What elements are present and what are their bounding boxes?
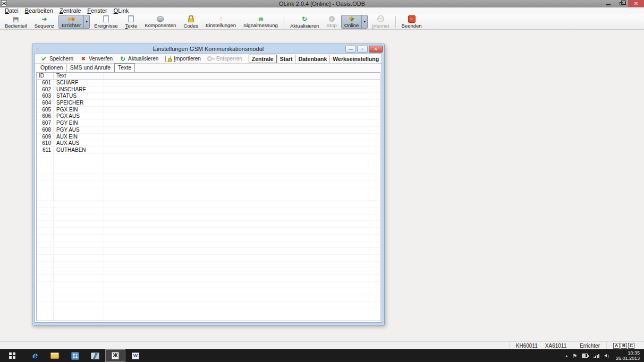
speichern-button[interactable]: Speichern	[37, 55, 77, 63]
signalmessung-button[interactable]: Signalmessung	[240, 15, 281, 29]
gsm-settings-dialog: Einstellungen GSM Kommunikationsmodul — …	[32, 44, 385, 325]
internet-globe-icon	[377, 15, 384, 22]
verwerfen-button[interactable]: Verwerfen	[77, 55, 116, 63]
tab-start[interactable]: Start	[277, 55, 295, 63]
table-row[interactable]: 605PGX EIN	[37, 107, 380, 114]
dropdown-arrow-icon[interactable]: ▾	[83, 15, 89, 28]
table-row-empty	[37, 308, 380, 315]
table-row[interactable]: 603STATUS	[37, 93, 380, 100]
menu-olink[interactable]: OLink	[111, 7, 132, 14]
menu-fenster[interactable]: Fenster	[84, 7, 110, 14]
table-row-empty	[37, 154, 380, 161]
cell-id: 605	[37, 107, 54, 113]
tab-datenbank[interactable]: Datenbank	[295, 55, 330, 63]
cell-id: 602	[37, 87, 54, 93]
status-device-right: XA61011	[545, 343, 566, 349]
codes-button[interactable]: Codes	[180, 15, 201, 29]
beenden-button[interactable]: Beenden	[399, 15, 425, 29]
taskbar-word-button[interactable]: W	[125, 349, 146, 362]
menu-bearbeiten[interactable]: Bearbeiten	[22, 7, 56, 14]
taskbar-app-monitor-button[interactable]	[85, 349, 105, 362]
dropdown-arrow-icon[interactable]: ▾	[361, 15, 367, 28]
dialog-restore-button[interactable]: ▫	[357, 46, 368, 53]
table-row-empty	[37, 174, 380, 181]
table-row-empty	[37, 180, 380, 187]
bedienteil-button[interactable]: Bedienteil	[2, 15, 30, 29]
section-c-badge: C	[628, 343, 634, 349]
codes-lock-icon	[187, 15, 194, 22]
einstellungen-button[interactable]: Einstellungen	[202, 15, 239, 29]
cell-text: STATUS	[54, 93, 104, 99]
taskbar-clock[interactable]: 10:35 26.01.2013	[614, 350, 640, 361]
cell-text: PGX AUS	[54, 113, 104, 119]
table-row[interactable]: 606PGX AUS	[37, 113, 380, 120]
table-row[interactable]: 602UNSCHARF	[37, 87, 380, 93]
taskbar-internet-explorer-button[interactable]: e	[24, 349, 45, 362]
battery-icon[interactable]	[582, 354, 589, 358]
online-label: Online	[344, 22, 359, 28]
dialog-close-button[interactable]: ✕	[369, 46, 383, 53]
importieren-button[interactable]: Importieren	[162, 55, 204, 63]
tab-sms-und-anrufe[interactable]: SMS und Anrufe	[67, 64, 114, 72]
show-hidden-icon[interactable]	[565, 354, 567, 358]
online-button[interactable]: Online▾	[341, 15, 368, 29]
minimize-button[interactable]	[601, 0, 615, 7]
table-row[interactable]: 609AUX EIN	[37, 134, 380, 141]
table-row[interactable]: 611GUTHABEN	[37, 147, 380, 154]
cell-id: 608	[37, 127, 54, 133]
table-row-empty	[37, 160, 380, 167]
ereignisse-label: Ereignisse	[94, 23, 117, 29]
table-row-empty	[37, 221, 380, 228]
tab-texte[interactable]: Texte	[114, 63, 135, 72]
entsperren-label: Entsperren	[216, 56, 242, 62]
codes-label: Codes	[183, 23, 198, 29]
taskbar-file-explorer-button[interactable]	[45, 349, 65, 362]
table-row[interactable]: 607PGY EIN	[37, 120, 380, 127]
texte-label: Texte	[125, 23, 138, 29]
errichter-button[interactable]: Errichter▾	[58, 15, 90, 29]
table-row[interactable]: 601SCHARF	[37, 80, 380, 87]
ereignisse-button[interactable]: Ereignisse	[91, 15, 121, 29]
table-row-empty	[37, 201, 380, 208]
aktualisieren-button[interactable]: Aktualisieren	[116, 55, 162, 63]
table-row[interactable]: 604SPEICHER	[37, 100, 380, 107]
online-icon	[348, 16, 355, 22]
blue-tile-icon	[71, 352, 79, 359]
errichter-label: Errichter	[62, 22, 81, 28]
komponenten-button[interactable]: Komponenten	[141, 15, 179, 29]
action-center-flag-icon[interactable]	[572, 353, 577, 359]
settings-hand-icon	[217, 16, 224, 22]
tab-werkseinstellung[interactable]: Werkseinstellung	[329, 55, 382, 63]
volume-icon[interactable]	[604, 354, 609, 358]
dialog-minimize-button[interactable]: —	[345, 46, 356, 53]
cell-text: GUTHABEN	[54, 147, 104, 153]
table-row[interactable]: 608PGY AUS	[37, 127, 380, 134]
restore-button[interactable]	[615, 0, 628, 7]
aktualisieren-button[interactable]: Aktualisieren	[287, 15, 322, 29]
taskbar-start-button[interactable]	[0, 349, 24, 362]
ie-icon: e	[31, 352, 38, 359]
close-button[interactable]: ✕	[628, 0, 644, 7]
network-signal-icon[interactable]	[594, 354, 599, 358]
table-row-empty	[37, 214, 380, 221]
signal-icon	[257, 16, 264, 22]
taskbar-app-blue-tile-button[interactable]	[65, 349, 85, 362]
menu-bar: DateiBearbeitenZentraleFensterOLink	[0, 7, 644, 14]
taskbar-olink-button[interactable]: Ж	[105, 349, 125, 362]
keypad-icon	[12, 16, 20, 22]
menu-zentrale[interactable]: Zentrale	[56, 7, 84, 14]
sequenz-button[interactable]: Sequenz	[31, 15, 58, 29]
texte-button[interactable]: Texte	[122, 15, 141, 29]
tab-zentrale[interactable]: Zentrale	[249, 55, 277, 63]
beenden-label: Beenden	[402, 23, 422, 29]
menu-datei[interactable]: Datei	[2, 7, 22, 14]
cell-id: 603	[37, 93, 54, 99]
table-row-empty	[37, 275, 380, 282]
status-bar: KH60011 XA61011 Errichter ABC	[0, 341, 644, 349]
tab-optionen[interactable]: Optionen	[37, 64, 67, 72]
table-row[interactable]: 610AUX AUS	[37, 140, 380, 147]
table-row-empty	[37, 315, 380, 321]
clock-time: 10:35	[616, 350, 640, 356]
stop-label: Stop	[326, 22, 337, 28]
system-tray: 10:35 26.01.2013	[565, 349, 644, 362]
